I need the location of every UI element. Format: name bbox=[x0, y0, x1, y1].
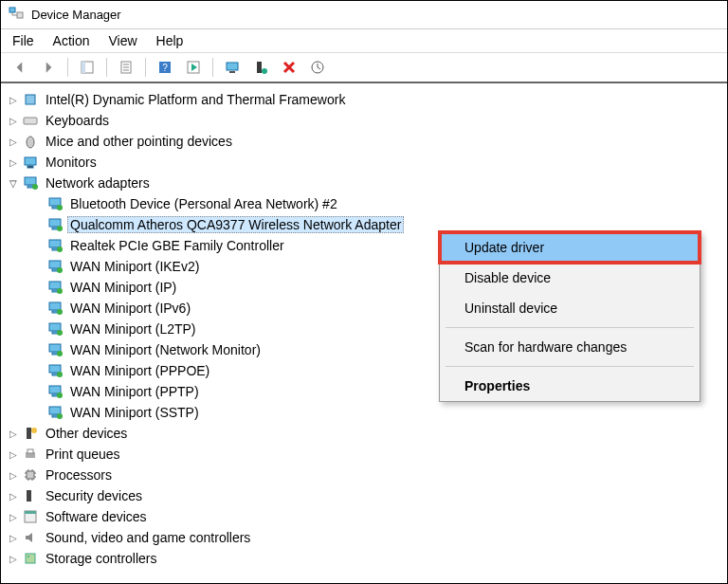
menu-view[interactable]: View bbox=[108, 33, 136, 48]
svg-rect-8 bbox=[227, 63, 238, 70]
svg-rect-18 bbox=[25, 177, 36, 185]
svg-point-29 bbox=[57, 246, 63, 252]
keyboard-icon bbox=[22, 112, 39, 129]
tree-node-label: WAN Miniport (PPPOE) bbox=[67, 362, 212, 379]
svg-rect-16 bbox=[25, 157, 36, 165]
monitor-icon bbox=[22, 154, 39, 171]
window-title: Device Manager bbox=[31, 8, 121, 22]
action-button[interactable] bbox=[182, 56, 205, 79]
svg-rect-24 bbox=[49, 219, 61, 227]
svg-rect-61 bbox=[25, 511, 36, 514]
svg-rect-14 bbox=[24, 118, 37, 124]
svg-point-11 bbox=[262, 68, 267, 74]
svg-rect-54 bbox=[27, 428, 31, 439]
svg-text:?: ? bbox=[162, 63, 168, 73]
help-button[interactable]: ? bbox=[154, 56, 176, 79]
network-adapter-icon bbox=[46, 216, 64, 233]
svg-rect-27 bbox=[49, 240, 61, 247]
tree-node-label: WAN Miniport (IKEv2) bbox=[67, 258, 202, 275]
menu-help[interactable]: Help bbox=[156, 33, 184, 48]
ctx-disable-device[interactable]: Disable device bbox=[440, 263, 700, 293]
expand-icon[interactable]: ▷ bbox=[7, 93, 20, 106]
tree-node-label: WAN Miniport (PPTP) bbox=[67, 383, 202, 400]
tree-node-label: WAN Miniport (Network Monitor) bbox=[67, 341, 264, 358]
svg-point-15 bbox=[27, 137, 34, 148]
scan-hardware-button[interactable] bbox=[221, 56, 244, 79]
ctx-separator bbox=[446, 366, 694, 367]
expand-icon[interactable]: ▷ bbox=[7, 489, 20, 502]
back-button[interactable] bbox=[9, 56, 31, 79]
expand-icon[interactable]: ▷ bbox=[7, 155, 20, 169]
network-adapter-icon bbox=[46, 362, 64, 379]
toolbar-separator bbox=[145, 58, 146, 77]
tree-node-net-adapter[interactable]: Bluetooth Device (Personal Area Network)… bbox=[31, 193, 727, 214]
menu-action[interactable]: Action bbox=[53, 33, 90, 48]
svg-rect-59 bbox=[27, 490, 31, 502]
expand-icon[interactable]: ▷ bbox=[7, 427, 20, 440]
network-adapter-icon bbox=[46, 383, 64, 400]
svg-point-47 bbox=[57, 372, 63, 377]
svg-rect-42 bbox=[49, 344, 61, 352]
tree-node-print-queues[interactable]: ▷ Print queues bbox=[7, 444, 727, 465]
svg-point-55 bbox=[31, 428, 37, 433]
tree-node-network-adapters[interactable]: ▽ Network adapters bbox=[7, 173, 727, 193]
titlebar: Device Manager bbox=[1, 1, 727, 29]
software-icon bbox=[22, 508, 39, 525]
security-icon bbox=[22, 487, 39, 504]
forward-button[interactable] bbox=[37, 56, 60, 79]
storage-icon bbox=[22, 550, 39, 567]
add-hardware-button[interactable] bbox=[249, 56, 272, 79]
tree-node-other-devices[interactable]: ▷ Other devices bbox=[7, 423, 727, 444]
ctx-scan-hardware[interactable]: Scan for hardware changes bbox=[440, 332, 700, 362]
collapse-icon[interactable]: ▽ bbox=[7, 176, 20, 190]
tree-node-net-adapter[interactable]: WAN Miniport (SSTP) bbox=[31, 402, 727, 423]
tree-node-intel-dpt[interactable]: ▷ Intel(R) Dynamic Platform and Thermal … bbox=[7, 89, 727, 110]
ctx-update-driver[interactable]: Update driver bbox=[440, 232, 700, 263]
properties-button[interactable] bbox=[115, 56, 137, 79]
svg-rect-0 bbox=[9, 8, 15, 12]
network-adapter-icon bbox=[46, 341, 64, 358]
svg-rect-1 bbox=[17, 12, 23, 18]
cpu-icon bbox=[22, 466, 39, 484]
ctx-uninstall-device[interactable]: Uninstall device bbox=[440, 293, 700, 323]
tree-node-sound[interactable]: ▷ Sound, video and game controllers bbox=[7, 527, 727, 548]
tree-node-security-devices[interactable]: ▷ Security devices bbox=[7, 485, 727, 506]
expand-icon[interactable]: ▷ bbox=[7, 510, 20, 523]
uninstall-button[interactable] bbox=[278, 56, 300, 79]
menu-file[interactable]: File bbox=[12, 33, 34, 48]
tree-node-monitors[interactable]: ▷ Monitors bbox=[7, 152, 727, 173]
svg-rect-13 bbox=[26, 95, 35, 104]
tree-node-label: WAN Miniport (IP) bbox=[67, 279, 179, 296]
svg-point-53 bbox=[57, 413, 63, 419]
menubar: File Action View Help bbox=[1, 29, 727, 53]
update-button[interactable] bbox=[306, 56, 329, 79]
svg-rect-9 bbox=[229, 71, 235, 73]
svg-rect-45 bbox=[49, 365, 61, 373]
expand-icon[interactable]: ▷ bbox=[7, 552, 20, 565]
svg-rect-58 bbox=[27, 471, 34, 479]
tree-node-label: WAN Miniport (IPv6) bbox=[67, 300, 193, 317]
network-adapter-icon bbox=[22, 174, 39, 192]
svg-rect-3 bbox=[82, 62, 85, 73]
svg-rect-30 bbox=[49, 261, 61, 268]
tree-node-mice[interactable]: ▷ Mice and other pointing devices bbox=[7, 131, 727, 152]
tree-node-storage[interactable]: ▷ Storage controllers bbox=[7, 548, 727, 569]
ctx-properties[interactable]: Properties bbox=[440, 371, 700, 401]
expand-icon[interactable]: ▷ bbox=[7, 531, 20, 544]
tree-node-processors[interactable]: ▷ Processors bbox=[7, 465, 727, 485]
expand-icon[interactable]: ▷ bbox=[7, 114, 20, 127]
show-hide-tree-button[interactable] bbox=[76, 56, 99, 79]
tree-node-label: Realtek PCIe GBE Family Controller bbox=[67, 237, 287, 254]
tree-node-software-devices[interactable]: ▷ Software devices bbox=[7, 506, 727, 527]
tree-content: ▷ Intel(R) Dynamic Platform and Thermal … bbox=[1, 83, 727, 575]
tree-node-label: Qualcomm Atheros QCA9377 Wireless Networ… bbox=[67, 216, 404, 233]
svg-point-63 bbox=[27, 556, 29, 557]
svg-rect-21 bbox=[49, 198, 61, 206]
expand-icon[interactable]: ▷ bbox=[7, 447, 20, 461]
svg-point-35 bbox=[57, 288, 63, 294]
expand-icon[interactable]: ▷ bbox=[7, 135, 20, 148]
expand-icon[interactable]: ▷ bbox=[7, 468, 20, 482]
svg-rect-62 bbox=[26, 554, 35, 563]
toolbar-separator bbox=[212, 58, 213, 77]
tree-node-keyboards[interactable]: ▷ Keyboards bbox=[7, 110, 727, 131]
